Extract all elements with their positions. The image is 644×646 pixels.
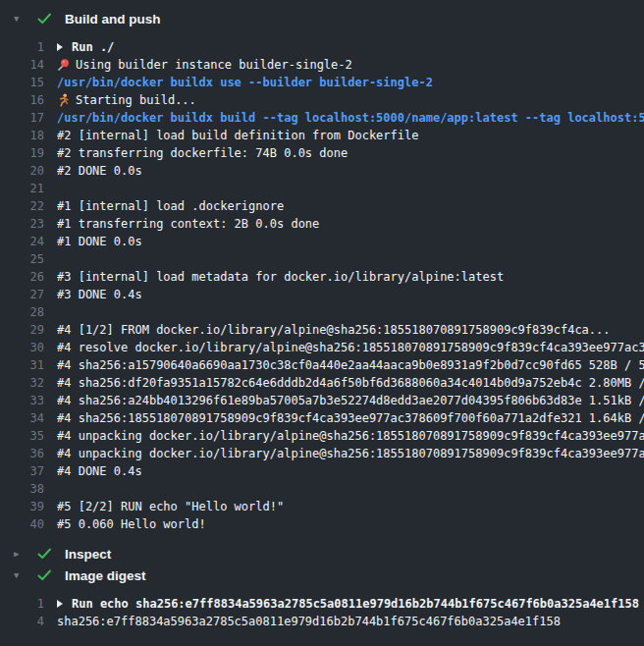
line-number: 19	[0, 144, 44, 162]
log-line-text: #4 sha256:185518070891758909c9f839cf4ca3…	[57, 409, 644, 427]
log-line[interactable]: 40 #5 0.060 Hello world!	[0, 515, 644, 533]
log-line-text: Using builder instance builder-single-2	[57, 56, 644, 74]
log-line-text: #4 unpacking docker.io/library/alpine@sh…	[57, 445, 644, 462]
chevron-right-icon[interactable]: ▶	[14, 543, 27, 565]
log-line[interactable]: 39 #5 [2/2] RUN echo "Hello world!"	[0, 498, 644, 515]
log-line[interactable]: 37 #4 DONE 0.4s	[0, 462, 644, 480]
log-line[interactable]: 31 #4 sha256:a15790640a6690aa1730c38cf0a…	[0, 356, 644, 374]
log-text: /usr/bin/docker buildx use --builder bui…	[57, 74, 433, 91]
log-line[interactable]: 4 sha256:e7ff8834a5963a2785c5a0811e979d1…	[0, 613, 644, 630]
log-line-text: #4 DONE 0.4s	[57, 462, 644, 480]
log-line-text	[57, 180, 644, 197]
log-line[interactable]: 33 #4 sha256:a24bb4013296f61e89ba57005a7…	[0, 392, 644, 409]
line-number: 30	[0, 339, 44, 356]
log-text: #2 DONE 0.0s	[57, 162, 142, 180]
log-line[interactable]: 16 Starting build...	[0, 91, 644, 109]
log-text: #2 transferring dockerfile: 74B 0.0s don…	[57, 144, 348, 162]
log-line[interactable]: 27 #3 DONE 0.4s	[0, 286, 644, 303]
log-line-text: #1 DONE 0.0s	[57, 233, 644, 250]
log-line[interactable]: 28	[0, 303, 644, 321]
line-number: 34	[0, 409, 44, 427]
log-line[interactable]: 20 #2 DONE 0.0s	[0, 162, 644, 180]
log-line-text: #4 resolve docker.io/library/alpine@sha2…	[57, 339, 644, 356]
line-number: 22	[0, 197, 44, 215]
log-line[interactable]: 29 #4 [1/2] FROM docker.io/library/alpin…	[0, 321, 644, 339]
expand-run-icon[interactable]	[57, 43, 63, 51]
step-title: Image digest	[65, 568, 146, 583]
chevron-down-icon[interactable]: ▼	[14, 565, 27, 586]
line-number: 1	[0, 595, 44, 613]
step-header-inspect[interactable]: ▶ Inspect	[0, 543, 644, 565]
log-line-text: #2 transferring dockerfile: 74B 0.0s don…	[57, 144, 644, 162]
step-header-image-digest[interactable]: ▼ Image digest	[0, 565, 644, 586]
log-line[interactable]: 38	[0, 480, 644, 498]
log-line[interactable]: 1 Run echo sha256:e7ff8834a5963a2785c5a0…	[0, 595, 644, 613]
log-line[interactable]: 30 #4 resolve docker.io/library/alpine@s…	[0, 339, 644, 356]
log-line-text: sha256:e7ff8834a5963a2785c5a0811e979d16b…	[57, 613, 644, 630]
log-text: #4 sha256:a15790640a6690aa1730c38cf0a440…	[57, 356, 644, 374]
line-number: 14	[0, 56, 44, 74]
log-line[interactable]: 17 /usr/bin/docker buildx build --tag lo…	[0, 109, 644, 127]
log-text: Using builder instance builder-single-2	[76, 56, 352, 74]
log-line-text: #2 [internal] load build definition from…	[57, 127, 644, 144]
log-block: 1 Run ./ 14 Using builder instance build…	[0, 29, 644, 543]
log-text: #3 [internal] load metadata for docker.i…	[57, 268, 504, 286]
line-number: 20	[0, 162, 44, 180]
pushpin-icon	[57, 58, 71, 72]
log-line-text: #1 transferring context: 2B 0.0s done	[57, 215, 644, 233]
line-number: 29	[0, 321, 44, 339]
log-line[interactable]: 23 #1 transferring context: 2B 0.0s done	[0, 215, 644, 233]
log-line[interactable]: 19 #2 transferring dockerfile: 74B 0.0s …	[0, 144, 644, 162]
log-line-text: #5 0.060 Hello world!	[57, 515, 644, 533]
line-number: 21	[0, 180, 44, 197]
runner-icon	[57, 93, 71, 107]
line-number: 25	[0, 250, 44, 268]
log-text: /usr/bin/docker buildx build --tag local…	[57, 109, 644, 127]
log-line[interactable]: 1 Run ./	[0, 38, 644, 56]
line-number: 1	[0, 38, 44, 56]
line-number: 35	[0, 427, 44, 445]
log-text: #1 transferring context: 2B 0.0s done	[57, 215, 319, 233]
log-block: 1 Run echo sha256:e7ff8834a5963a2785c5a0…	[0, 586, 644, 640]
log-line[interactable]: 34 #4 sha256:185518070891758909c9f839cf4…	[0, 409, 644, 427]
log-text: #4 sha256:a24bb4013296f61e89ba57005a7b3e…	[57, 392, 644, 409]
line-number: 38	[0, 480, 44, 498]
log-line-text: Run echo sha256:e7ff8834a5963a2785c5a081…	[57, 595, 644, 613]
log-line-text: #4 [1/2] FROM docker.io/library/alpine@s…	[57, 321, 644, 339]
log-line[interactable]: 18 #2 [internal] load build definition f…	[0, 127, 644, 144]
log-line[interactable]: 32 #4 sha256:df20fa9351a15782c64e6dddb2d…	[0, 374, 644, 392]
log-line-text: #3 [internal] load metadata for docker.i…	[57, 268, 644, 286]
log-text: #5 [2/2] RUN echo "Hello world!"	[57, 498, 284, 515]
step-section: ▼ Image digest 1 Run echo sha256:e7ff883…	[0, 565, 644, 640]
log-line-text: #4 sha256:a24bb4013296f61e89ba57005a7b3e…	[57, 392, 644, 409]
log-line-text: /usr/bin/docker buildx use --builder bui…	[57, 74, 644, 91]
log-line-text: #1 [internal] load .dockerignore	[57, 197, 644, 215]
log-line[interactable]: 14 Using builder instance builder-single…	[0, 56, 644, 74]
log-line-text: #2 DONE 0.0s	[57, 162, 644, 180]
log-text: #4 sha256:df20fa9351a15782c64e6dddb2d4a6…	[57, 374, 644, 392]
line-number: 18	[0, 127, 44, 144]
line-number: 23	[0, 215, 44, 233]
log-line[interactable]: 36 #4 unpacking docker.io/library/alpine…	[0, 445, 644, 462]
log-line[interactable]: 15 /usr/bin/docker buildx use --builder …	[0, 74, 644, 91]
step-title: Build and push	[65, 12, 161, 27]
chevron-down-icon[interactable]: ▼	[14, 8, 27, 29]
log-text: sha256:e7ff8834a5963a2785c5a0811e979d16b…	[57, 613, 561, 630]
log-line-text: #4 unpacking docker.io/library/alpine@sh…	[57, 427, 644, 445]
log-text: #4 DONE 0.4s	[57, 462, 142, 480]
log-line[interactable]: 21	[0, 180, 644, 197]
line-number: 16	[0, 91, 44, 109]
log-line[interactable]: 22 #1 [internal] load .dockerignore	[0, 197, 644, 215]
log-text: Starting build...	[76, 91, 196, 109]
expand-run-icon[interactable]	[57, 600, 63, 608]
line-number: 32	[0, 374, 44, 392]
log-line[interactable]: 24 #1 DONE 0.0s	[0, 233, 644, 250]
log-line[interactable]: 25	[0, 250, 644, 268]
log-line-text: #3 DONE 0.4s	[57, 286, 644, 303]
log-line[interactable]: 35 #4 unpacking docker.io/library/alpine…	[0, 427, 644, 445]
step-header-build-and-push[interactable]: ▼ Build and push	[0, 8, 644, 29]
log-text: #1 [internal] load .dockerignore	[57, 197, 284, 215]
line-number: 31	[0, 356, 44, 374]
line-number: 17	[0, 109, 44, 127]
log-line[interactable]: 26 #3 [internal] load metadata for docke…	[0, 268, 644, 286]
